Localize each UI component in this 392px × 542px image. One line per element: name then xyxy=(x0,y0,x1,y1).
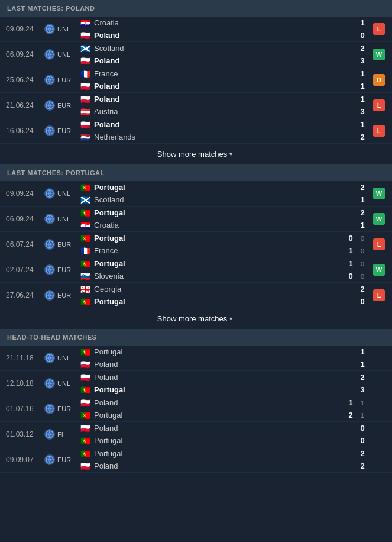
team2-line: 🇵🇹 Portugal xyxy=(80,295,339,308)
comp-label: EUR xyxy=(57,405,71,412)
teams-area: 🇬🇪 Georgia 🇵🇹 Portugal xyxy=(80,283,339,308)
comp-label: UNL xyxy=(57,25,70,33)
score-area: 2 3 xyxy=(339,42,368,67)
team2-line: 🇵🇹 Portugal xyxy=(80,383,339,396)
score2-extra: 0 xyxy=(357,247,368,254)
team2-flag: 🇵🇱 xyxy=(80,57,90,64)
match-date: 06.09.24 xyxy=(6,215,44,223)
team2-name: Poland xyxy=(94,56,119,65)
match-row: 01.03.12 FI 🇵🇱 xyxy=(0,422,392,447)
result-badge-area: W xyxy=(368,42,386,67)
team2-flag: 🇦🇹 xyxy=(80,108,90,115)
match-left-info: 09.09.24 UNL xyxy=(6,17,80,41)
show-more-poland[interactable]: Show more matches ▾ xyxy=(0,144,392,164)
teams-area: 🇵🇹 Portugal 🇸🇮 Slovenia xyxy=(80,257,339,282)
match-row: 27.06.24 EUR 🇬🇪 xyxy=(0,283,392,308)
score1: 2 xyxy=(357,285,368,293)
team1-flag: 🇵🇱 xyxy=(80,121,90,128)
match-left-info: 21.06.24 EUR xyxy=(6,93,80,118)
score1-line: 2 xyxy=(339,371,368,383)
team1-name: Portugal xyxy=(94,449,122,458)
team2-flag: 🇵🇹 xyxy=(80,386,90,393)
teams-area: 🇵🇹 Portugal 🇫🇷 France xyxy=(80,232,339,257)
result-badge-area: D xyxy=(368,67,386,92)
result-badge-area: W xyxy=(368,207,386,231)
team1-flag: 🇵🇱 xyxy=(80,374,90,381)
score1-line: 0 0 xyxy=(339,232,368,244)
score2: 1 xyxy=(345,246,357,255)
score1: 2 xyxy=(357,449,368,458)
score2: 0 xyxy=(357,436,368,445)
score1: 1 xyxy=(345,259,357,268)
score2-extra: 1 xyxy=(357,412,368,419)
team2-name: Portugal xyxy=(94,411,122,420)
team2-name: Poland xyxy=(94,360,118,369)
score2: 1 xyxy=(357,195,368,204)
match-row: 06.09.24 UNL 🇵🇹 xyxy=(0,207,392,232)
team2-flag: 🇵🇹 xyxy=(80,298,90,305)
team1-flag: 🇵🇱 xyxy=(80,425,90,432)
comp-label: UNL xyxy=(57,380,70,387)
score-area: 2 1 xyxy=(339,207,368,231)
team2-flag: 🏴󠁧󠁢󠁳󠁣󠁴󠁿 xyxy=(80,196,90,204)
score1-line: 1 xyxy=(339,346,368,358)
score2-line: 1 xyxy=(339,80,368,92)
match-competition: UNL xyxy=(44,24,80,34)
team1-name: Portugal xyxy=(94,208,125,217)
section-header-poland: LAST MATCHES: POLAND xyxy=(0,0,392,17)
result-badge: W xyxy=(373,213,385,225)
team1-name: France xyxy=(94,69,118,78)
score2-line: 3 xyxy=(339,105,368,118)
score1-line: 1 xyxy=(339,17,368,29)
match-competition: UNL xyxy=(44,214,80,224)
match-row: 06.07.24 EUR 🇵🇹 xyxy=(0,232,392,257)
result-badge: W xyxy=(373,188,385,199)
score2-line: 1 0 xyxy=(339,244,368,257)
match-date: 16.06.24 xyxy=(6,127,44,135)
match-date: 12.10.18 xyxy=(6,379,44,388)
teams-area: 🇵🇹 Portugal 🇵🇱 Poland xyxy=(80,346,339,370)
match-competition: FI xyxy=(44,429,80,440)
teams-area: 🇵🇱 Poland 🇵🇹 Portugal xyxy=(80,371,339,396)
match-competition: EUR xyxy=(44,404,80,414)
score-area: 2 1 xyxy=(339,181,368,206)
match-left-info: 06.09.24 UNL xyxy=(6,207,80,231)
score1-line: 2 xyxy=(339,42,368,54)
show-more-label: Show more matches xyxy=(157,314,228,323)
score-area: 2 2 xyxy=(339,447,368,472)
result-badge-area: W xyxy=(368,257,386,282)
score1: 2 xyxy=(357,44,368,53)
section-header-portugal: LAST MATCHES: PORTUGAL xyxy=(0,164,392,181)
match-competition: EUR xyxy=(44,75,80,85)
teams-area: 🇵🇱 Poland 🇦🇹 Austria xyxy=(80,93,339,118)
team2-line: 🇵🇱 Poland xyxy=(80,358,339,370)
match-competition: UNL xyxy=(44,49,80,60)
show-more-portugal[interactable]: Show more matches ▾ xyxy=(0,308,392,329)
score-area: 1 0 0 0 xyxy=(339,257,368,282)
team1-name: Poland xyxy=(94,424,118,433)
match-competition: EUR xyxy=(44,264,80,275)
result-badge: L xyxy=(373,125,385,137)
result-badge-area xyxy=(368,447,386,472)
match-date: 06.09.24 xyxy=(6,50,44,59)
result-badge-area: L xyxy=(368,93,386,118)
comp-label: UNL xyxy=(57,215,70,222)
comp-label: UNL xyxy=(57,190,70,197)
comp-icon xyxy=(44,290,55,301)
result-badge-area: W xyxy=(368,181,386,206)
comp-icon xyxy=(44,454,55,465)
score2-line: 2 xyxy=(339,131,368,143)
result-badge-area: L xyxy=(368,17,386,41)
team2-name: Netherlands xyxy=(94,133,135,141)
comp-icon xyxy=(44,353,55,363)
score-area: 0 0 1 0 xyxy=(339,232,368,257)
match-left-info: 16.06.24 EUR xyxy=(6,118,80,143)
team1-name: Portugal xyxy=(94,347,122,356)
match-competition: UNL xyxy=(44,378,80,389)
team2-line: 🏴󠁧󠁢󠁳󠁣󠁴󠁿 Scotland xyxy=(80,193,339,206)
team1-line: 🇵🇱 Poland xyxy=(80,93,339,105)
comp-icon xyxy=(44,378,55,389)
result-badge-area xyxy=(368,396,386,421)
match-date: 09.09.24 xyxy=(6,189,44,198)
comp-label: EUR xyxy=(57,456,71,463)
